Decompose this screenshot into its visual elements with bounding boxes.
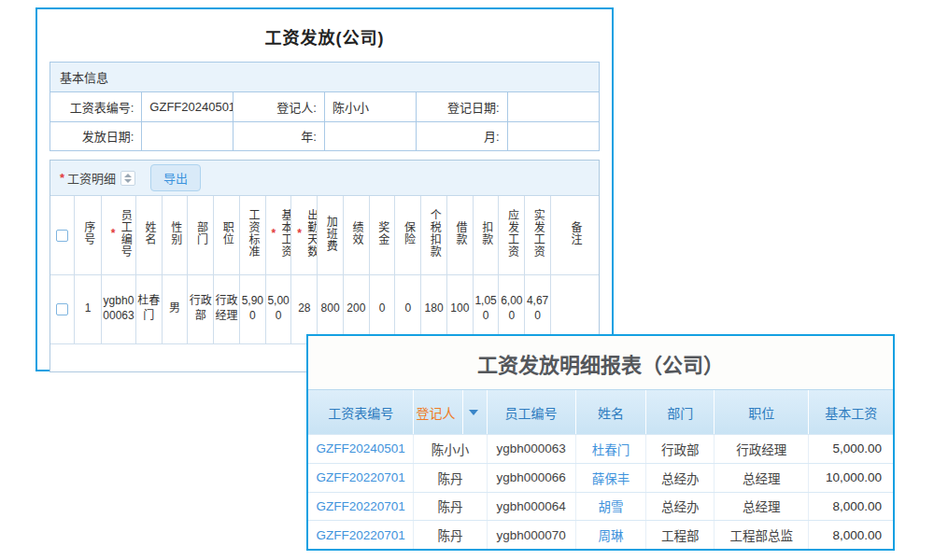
sort-icon[interactable] (120, 171, 135, 186)
cell-bonus: 0 (369, 274, 395, 343)
window1-title: 工资发放(公司) (37, 9, 612, 62)
salary-report-window: 工资发放明细报表（公司） 工资表编号 登记人 员工编号 姓名 部门 职位 基本工… (306, 334, 895, 551)
sort-up-icon (124, 174, 132, 177)
report-col-dept[interactable]: 部门 (646, 390, 715, 434)
cell-position: 行政经理 (214, 274, 240, 343)
position-cell: 工程部总监 (715, 521, 809, 549)
select-all-cell (50, 196, 75, 274)
registrant-header-label: 登记人 (416, 403, 455, 422)
col-gross-pay: 应发工资 (499, 196, 525, 274)
salary-detail-table: 序号 *员工编号 姓名 性别 部门 职位 工资标准 *基本工资 *出勤天数 加班… (50, 196, 599, 344)
col-tax-deduction: 个税扣款 (421, 196, 447, 274)
report-header-row: 工资表编号 登记人 员工编号 姓名 部门 职位 基本工资 (308, 389, 893, 434)
cell-emp-no: ygbh000063 (101, 274, 135, 343)
col-bonus: 奖金 (369, 196, 395, 274)
employee-name-link[interactable]: 薛保丰 (576, 464, 647, 492)
base-salary-cell: 5,000.00 (809, 435, 893, 463)
report-col-payroll-no[interactable]: 工资表编号 (308, 390, 414, 434)
col-insurance: 保险 (395, 196, 421, 274)
cell-gross-pay: 6,000 (499, 274, 525, 343)
report-col-registrant[interactable]: 登记人 (414, 390, 487, 434)
month-label: 月: (416, 121, 507, 150)
cell-seq: 1 (75, 274, 102, 343)
cell-dept: 行政部 (188, 274, 214, 343)
basic-info-header: 基本信息 (50, 63, 599, 92)
cell-gender: 男 (162, 274, 188, 343)
registrant-label: 登记人: (234, 92, 325, 121)
payroll-no-field[interactable]: GZFF20240501 (142, 92, 234, 121)
cell-deduction: 1,050 (473, 274, 499, 343)
position-cell: 总经理 (715, 493, 809, 521)
required-mark: * (267, 209, 279, 258)
report-col-position[interactable]: 职位 (715, 390, 809, 434)
base-salary-cell: 8,000.00 (809, 493, 893, 521)
employee-name-link[interactable]: 周琳 (576, 521, 647, 549)
report-row: GZFF20240501 陈小小 ygbh000063 杜春门 行政部 行政经理… (308, 434, 893, 463)
col-seq: 序号 (75, 196, 102, 274)
report-col-base-salary[interactable]: 基本工资 (809, 390, 893, 434)
report-col-name[interactable]: 姓名 (576, 390, 647, 434)
export-button[interactable]: 导出 (150, 164, 201, 191)
issue-date-label: 发放日期: (50, 121, 142, 150)
year-label: 年: (234, 121, 325, 150)
registrant-cell: 陈丹 (414, 493, 487, 521)
col-performance: 绩效 (343, 196, 369, 274)
emp-no-cell: ygbh000070 (488, 521, 576, 549)
col-position: 职位 (214, 196, 240, 274)
year-field[interactable] (324, 121, 416, 150)
registrant-cell: 陈丹 (414, 521, 487, 549)
issue-date-field[interactable] (142, 121, 234, 150)
col-dept: 部门 (188, 196, 214, 274)
cell-base-salary: 5,000 (265, 274, 291, 343)
payroll-no-label: 工资表编号: (50, 92, 142, 121)
form-row: 工资表编号: GZFF20240501 登记人: 陈小小 登记日期: (50, 92, 599, 121)
col-deduction: 扣款 (473, 196, 499, 274)
payroll-no-link[interactable]: GZFF20240501 (308, 435, 414, 463)
dept-cell: 总经办 (646, 493, 715, 521)
cell-loan: 100 (446, 274, 473, 343)
required-mark: * (106, 209, 119, 258)
report-row: GZFF20220701 陈丹 ygbh000064 胡雪 总经办 总经理 8,… (308, 492, 893, 521)
emp-no-cell: ygbh000066 (488, 464, 576, 492)
position-cell: 总经理 (715, 464, 809, 492)
col-base-salary: *基本工资 (265, 196, 291, 274)
register-date-label: 登记日期: (416, 92, 507, 121)
col-attendance-days: *出勤天数 (291, 196, 318, 274)
register-date-field[interactable] (507, 92, 599, 121)
payroll-no-link[interactable]: GZFF20220701 (308, 493, 414, 521)
report-row: GZFF20220701 陈丹 ygbh000070 周琳 工程部 工程部总监 … (308, 520, 893, 549)
col-salary-standard: 工资标准 (239, 196, 265, 274)
col-loan: 借款 (446, 196, 473, 274)
window2-title: 工资发放明细报表（公司） (308, 336, 893, 389)
basic-info-panel: 基本信息 工资表编号: GZFF20240501 登记人: 陈小小 登记日期: … (50, 62, 600, 151)
cell-insurance: 0 (395, 274, 421, 343)
base-salary-cell: 8,000.00 (809, 521, 893, 549)
row-checkbox[interactable] (56, 303, 68, 315)
col-name: 姓名 (135, 196, 162, 274)
registrant-filter-dropdown[interactable] (462, 390, 484, 434)
form-row: 发放日期: 年: 月: (50, 121, 599, 150)
cell-tax-deduction: 180 (421, 274, 447, 343)
col-gender: 性别 (162, 196, 188, 274)
required-mark: * (292, 209, 304, 258)
report-row: GZFF20220701 陈丹 ygbh000066 薛保丰 总经办 总经理 1… (308, 463, 893, 492)
payroll-no-link[interactable]: GZFF20220701 (308, 464, 414, 492)
select-all-checkbox[interactable] (56, 230, 68, 242)
payroll-no-link[interactable]: GZFF20220701 (308, 521, 414, 549)
col-net-pay: 实发工资 (525, 196, 551, 274)
row-select-cell (50, 274, 75, 343)
cell-attendance-days: 28 (291, 274, 318, 343)
detail-data-row: 1 ygbh000063 杜春门 男 行政部 行政经理 5,900 5,000 … (50, 274, 599, 343)
basic-info-table: 工资表编号: GZFF20240501 登记人: 陈小小 登记日期: 发放日期:… (50, 92, 599, 150)
dropdown-arrow-icon (469, 410, 478, 415)
report-col-emp-no[interactable]: 员工编号 (488, 390, 576, 434)
employee-name-link[interactable]: 胡雪 (576, 493, 647, 521)
registrant-field[interactable]: 陈小小 (324, 92, 416, 121)
month-field[interactable] (507, 121, 599, 150)
employee-name-link[interactable]: 杜春门 (576, 435, 647, 463)
col-remark: 备注 (550, 196, 599, 274)
cell-performance: 200 (343, 274, 369, 343)
emp-no-cell: ygbh000064 (488, 493, 576, 521)
report-body: GZFF20240501 陈小小 ygbh000063 杜春门 行政部 行政经理… (308, 434, 893, 549)
required-mark: * (60, 171, 64, 185)
